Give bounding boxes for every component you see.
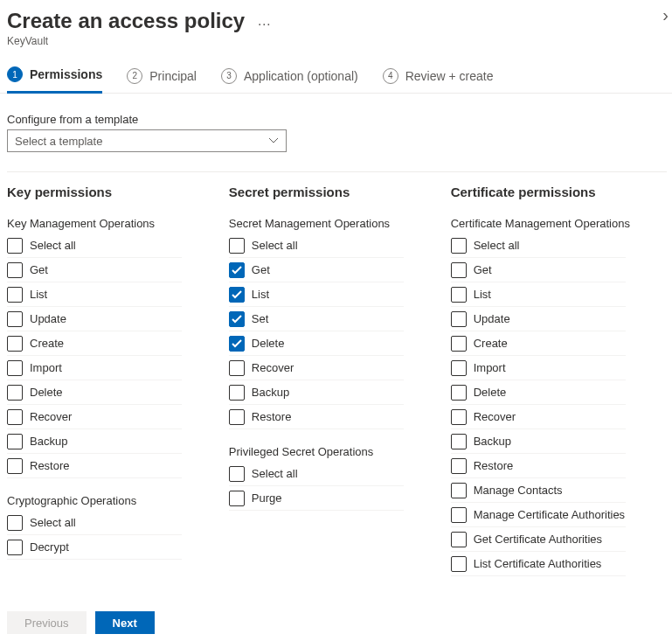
step-number-icon: 4	[383, 68, 398, 84]
certificate-perm-import[interactable]: Import	[451, 356, 626, 380]
checkbox-icon[interactable]	[451, 238, 467, 254]
checkbox-icon[interactable]	[7, 311, 23, 327]
checkbox-label: Manage Contacts	[474, 484, 563, 497]
secret-select-all[interactable]: Select all	[229, 233, 404, 258]
secret-perm-recover[interactable]: Recover	[229, 356, 404, 380]
checkbox-icon[interactable]	[451, 385, 467, 401]
key-group-heading: Cryptographic Operations	[7, 494, 218, 507]
checkbox-icon[interactable]	[451, 287, 467, 303]
tab-step-4[interactable]: 4Review + create	[383, 66, 494, 94]
key-perm-import[interactable]: Import	[7, 356, 182, 380]
checkbox-label: Backup	[30, 435, 67, 448]
checkbox-icon[interactable]	[7, 458, 23, 474]
key-perm-list[interactable]: List	[7, 282, 182, 307]
checkbox-label: Restore	[30, 459, 70, 472]
checkbox-icon[interactable]	[229, 287, 245, 303]
checkbox-icon[interactable]	[229, 409, 245, 425]
tab-step-3[interactable]: 3Application (optional)	[221, 66, 358, 94]
checkbox-label: Backup	[252, 386, 289, 399]
checkbox-icon[interactable]	[451, 556, 467, 572]
checkbox-icon[interactable]	[229, 336, 245, 352]
checkbox-icon[interactable]	[451, 458, 467, 474]
certificate-select-all[interactable]: Select all	[451, 233, 626, 258]
checkbox-icon[interactable]	[451, 483, 467, 498]
checkbox-icon[interactable]	[229, 238, 245, 254]
next-button[interactable]: Next	[95, 611, 155, 634]
certificate-perm-list-certificate-authorities[interactable]: List Certificate Authorities	[451, 552, 626, 576]
key-perm-backup[interactable]: Backup	[7, 429, 182, 454]
checkbox-icon[interactable]	[7, 515, 23, 531]
checkbox-label: Select all	[30, 516, 76, 529]
checkbox-icon[interactable]	[7, 360, 23, 376]
key-perm-update[interactable]: Update	[7, 307, 182, 331]
checkbox-icon[interactable]	[229, 466, 245, 482]
secret-perm-delete[interactable]: Delete	[229, 331, 404, 356]
checkbox-icon[interactable]	[451, 409, 467, 425]
checkbox-icon[interactable]	[451, 507, 467, 523]
checkbox-icon[interactable]	[229, 360, 245, 376]
key-perm-delete[interactable]: Delete	[7, 380, 182, 405]
secret-perm-purge[interactable]: Purge	[229, 486, 404, 511]
certificate-perm-backup[interactable]: Backup	[451, 429, 626, 454]
more-icon[interactable]: …	[257, 13, 271, 29]
checkbox-label: Recover	[474, 410, 516, 423]
close-icon[interactable]: ›	[662, 5, 669, 25]
tab-step-1[interactable]: 1Permissions	[7, 66, 102, 94]
checkbox-icon[interactable]	[451, 434, 467, 449]
previous-button[interactable]: Previous	[7, 611, 87, 634]
secret-perm-get[interactable]: Get	[229, 258, 404, 282]
checkbox-label: Import	[474, 361, 506, 374]
template-select[interactable]: Select a template	[7, 129, 287, 152]
key-perm-decrypt[interactable]: Decrypt	[7, 535, 182, 560]
checkbox-icon[interactable]	[229, 262, 245, 278]
secret-select-all[interactable]: Select all	[229, 462, 404, 486]
checkbox-icon[interactable]	[451, 311, 467, 327]
checkbox-icon[interactable]	[7, 262, 23, 278]
checkbox-icon[interactable]	[451, 336, 467, 352]
secret-perm-list[interactable]: List	[229, 282, 404, 307]
checkbox-icon[interactable]	[7, 434, 23, 449]
checkbox-label: Delete	[474, 386, 507, 399]
checkbox-label: Manage Certificate Authorities	[474, 508, 625, 521]
secret-perm-set[interactable]: Set	[229, 307, 404, 331]
certificate-perm-delete[interactable]: Delete	[451, 380, 626, 405]
secret-group-heading: Privileged Secret Operations	[229, 445, 440, 458]
step-label: Permissions	[30, 67, 102, 81]
tab-step-2[interactable]: 2Principal	[127, 66, 197, 94]
checkbox-icon[interactable]	[451, 262, 467, 278]
secret-perm-restore[interactable]: Restore	[229, 405, 404, 429]
checkbox-icon[interactable]	[229, 385, 245, 401]
key-perm-get[interactable]: Get	[7, 258, 182, 282]
checkbox-label: Select all	[474, 239, 520, 252]
certificate-perm-list[interactable]: List	[451, 282, 626, 307]
checkbox-icon[interactable]	[7, 238, 23, 254]
key-perm-recover[interactable]: Recover	[7, 405, 182, 429]
certificate-perm-update[interactable]: Update	[451, 307, 626, 331]
checkbox-icon[interactable]	[451, 360, 467, 376]
certificate-perm-get-certificate-authorities[interactable]: Get Certificate Authorities	[451, 527, 626, 552]
checkbox-icon[interactable]	[229, 311, 245, 327]
certificate-perm-restore[interactable]: Restore	[451, 454, 626, 478]
step-tabs: 1Permissions2Principal3Application (opti…	[0, 66, 672, 94]
certificate-perm-recover[interactable]: Recover	[451, 405, 626, 429]
certificate-perm-manage-certificate-authorities[interactable]: Manage Certificate Authorities	[451, 503, 626, 527]
breadcrumb: KeyVault	[7, 35, 665, 47]
key-select-all[interactable]: Select all	[7, 233, 182, 258]
key-perm-create[interactable]: Create	[7, 331, 182, 356]
checkbox-icon[interactable]	[451, 532, 467, 547]
checkbox-icon[interactable]	[7, 287, 23, 303]
checkbox-icon[interactable]	[7, 540, 23, 555]
checkbox-label: List	[30, 288, 47, 301]
certificate-perm-get[interactable]: Get	[451, 258, 626, 282]
key-select-all[interactable]: Select all	[7, 511, 182, 535]
checkbox-icon[interactable]	[7, 336, 23, 352]
secret-perm-backup[interactable]: Backup	[229, 380, 404, 405]
certificate-perm-manage-contacts[interactable]: Manage Contacts	[451, 478, 626, 503]
checkbox-label: Purge	[252, 491, 282, 505]
checkbox-icon[interactable]	[7, 385, 23, 401]
checkbox-icon[interactable]	[7, 409, 23, 425]
checkbox-label: Restore	[252, 410, 292, 423]
checkbox-icon[interactable]	[229, 491, 245, 506]
key-perm-restore[interactable]: Restore	[7, 454, 182, 478]
certificate-perm-create[interactable]: Create	[451, 331, 626, 356]
